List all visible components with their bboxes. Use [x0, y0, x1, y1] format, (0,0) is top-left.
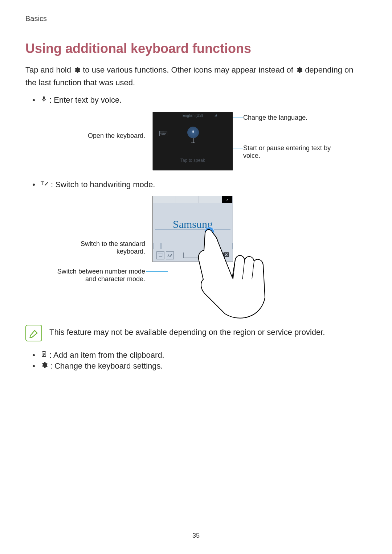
voice-mic-button — [187, 127, 199, 138]
list-item-voice: : Enter text by voice. — [33, 95, 367, 105]
svg-rect-7 — [166, 132, 167, 132]
list-item-settings: : Change the keyboard settings. — [33, 361, 367, 371]
feature-list: T : Switch to handwriting mode. — [33, 180, 367, 189]
intro-text-1: Tap and hold — [25, 65, 73, 74]
list-item-clipboard-text: : Add an item from the clipboard. — [49, 350, 164, 360]
svg-rect-8 — [160, 133, 161, 134]
page-number: 35 — [0, 532, 392, 539]
svg-rect-17 — [159, 256, 162, 257]
svg-rect-16 — [158, 254, 163, 257]
svg-text:T: T — [41, 180, 44, 186]
svg-rect-9 — [162, 133, 162, 134]
gear-icon — [73, 65, 81, 77]
gear-icon — [295, 65, 303, 77]
note-block: This feature may not be available depend… — [25, 325, 367, 341]
note-icon — [25, 325, 42, 341]
chapter-label: Basics — [25, 15, 367, 23]
svg-rect-14 — [162, 134, 166, 135]
feature-list: : Add an item from the clipboard. : Chan… — [33, 350, 367, 371]
svg-rect-3 — [162, 132, 163, 132]
svg-rect-10 — [162, 133, 163, 134]
list-item-clipboard: : Add an item from the clipboard. — [33, 350, 367, 360]
bullet-icon — [33, 99, 35, 101]
mic-stand-icon — [193, 138, 193, 143]
clipboard-icon — [41, 350, 47, 360]
section-heading: Using additional keyboard functions — [25, 41, 367, 56]
mode-switch-icon: A — [166, 251, 174, 259]
bullet-icon — [33, 184, 35, 186]
document-page: Basics Using additional keyboard functio… — [0, 0, 392, 554]
voice-language-label: English (US) — [153, 114, 233, 118]
svg-rect-11 — [163, 133, 164, 134]
callout-number-character-mode: Switch between number mode and character… — [51, 268, 145, 283]
handwriting-suggestion-bar: › — [153, 196, 233, 203]
list-item-handwriting-text: : Switch to handwriting mode. — [51, 180, 155, 189]
list-item-voice-text: : Enter text by voice. — [49, 95, 122, 105]
svg-rect-20 — [43, 351, 45, 352]
bullet-icon — [33, 365, 35, 367]
leader-line — [146, 271, 168, 272]
feature-list: : Enter text by voice. — [33, 95, 367, 105]
callout-start-pause-voice: Start or pause entering text by voice. — [243, 144, 338, 160]
list-item-handwriting: T : Switch to handwriting mode. — [33, 180, 367, 189]
svg-rect-13 — [165, 133, 166, 134]
keyboard-icon — [159, 131, 167, 138]
voice-hint-text: Tap to speak — [153, 158, 233, 163]
note-text: This feature may not be available depend… — [49, 325, 325, 337]
svg-rect-2 — [161, 132, 162, 132]
keyboard-switch-icon — [156, 251, 164, 259]
hand-illustration — [192, 225, 272, 319]
callout-standard-keyboard: Switch to the standard keyboard. — [51, 240, 145, 255]
svg-rect-4 — [163, 132, 164, 132]
dropdown-triangle-icon — [215, 114, 217, 116]
chevron-right-icon: › — [222, 196, 233, 203]
svg-rect-6 — [165, 132, 166, 132]
bullet-icon — [33, 354, 35, 356]
callout-open-keyboard: Open the keyboard. — [51, 132, 145, 140]
svg-rect-5 — [164, 132, 165, 132]
gear-icon — [41, 361, 48, 371]
handwriting-diagram: Switch to the standard keyboard. Switch … — [51, 196, 352, 316]
callout-change-language: Change the language. — [243, 114, 338, 122]
handwriting-icon: T — [41, 180, 49, 189]
voice-input-panel: English (US) Tap to speak — [152, 112, 233, 171]
svg-rect-12 — [164, 133, 165, 134]
intro-text-2: to use various functions. Other icons ma… — [83, 65, 295, 74]
intro-paragraph: Tap and hold to use various functions. O… — [25, 64, 367, 89]
svg-rect-1 — [160, 132, 161, 132]
voice-diagram: Open the keyboard. Change the language. … — [51, 112, 352, 173]
list-item-settings-text: : Change the keyboard settings. — [50, 361, 163, 371]
microphone-icon — [41, 95, 47, 105]
svg-text:A: A — [167, 254, 170, 257]
